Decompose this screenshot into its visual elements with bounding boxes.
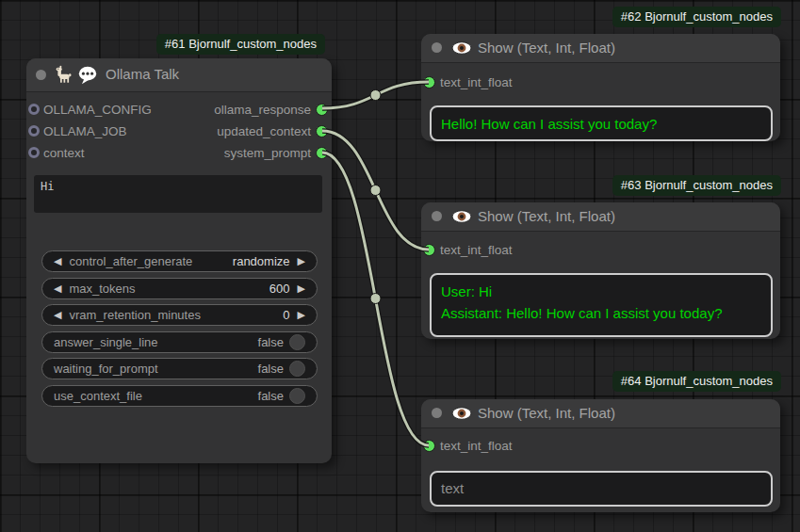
output-slot-dot[interactable]: [316, 147, 328, 159]
ollama-talk-node[interactable]: Ollama Talk OLLAMA_CONFIG OLLAMA_JOB con…: [26, 58, 332, 463]
slot-label: text_int_float: [440, 243, 513, 257]
show-node-62[interactable]: Show (Text, Int, Float) text_int_float H…: [421, 34, 780, 141]
slot-label: text_int_float: [440, 75, 513, 89]
node-titlebar[interactable]: Show (Text, Int, Float): [421, 399, 780, 428]
increment-arrow-icon[interactable]: ▶: [298, 279, 305, 298]
slot-label: text_int_float: [440, 439, 513, 453]
toggle-knob[interactable]: [289, 334, 305, 350]
increment-arrow-icon[interactable]: ▶: [298, 305, 305, 325]
input-slot-text-int-float[interactable]: text_int_float: [421, 72, 513, 92]
widget-value: false: [258, 389, 284, 403]
llama-icon: [54, 65, 73, 89]
node-id-badge: #64 Bjornulf_custom_nodes: [612, 371, 781, 392]
output-slot-updated-context[interactable]: updated_context: [26, 121, 332, 141]
widget-use-context-file[interactable]: use_context_file false: [41, 385, 318, 407]
input-slot-dot[interactable]: [423, 244, 435, 256]
eye-icon: [451, 210, 472, 227]
widget-value: false: [258, 362, 284, 376]
node-title: Show (Text, Int, Float): [478, 40, 615, 56]
show-text-placeholder: text: [441, 478, 761, 499]
collapse-dot[interactable]: [432, 42, 442, 53]
output-slot-dot[interactable]: [316, 104, 328, 116]
node-title: Show (Text, Int, Float): [478, 405, 615, 421]
node-titlebar[interactable]: Show (Text, Int, Float): [421, 34, 780, 63]
widget-max-tokens[interactable]: ◀ max_tokens 600 ▶: [41, 278, 318, 299]
node-id-badge: #62 Bjornulf_custom_nodes: [612, 7, 781, 27]
input-slot-text-int-float[interactable]: text_int_float: [421, 435, 513, 456]
collapse-dot[interactable]: [432, 211, 442, 221]
widget-value: 0: [283, 308, 289, 322]
eye-icon: [451, 41, 472, 58]
widget-label: answer_single_line: [54, 335, 158, 349]
wire-midpoint-dot: [370, 185, 381, 196]
widget-label: vram_retention_minutes: [69, 308, 200, 322]
output-slot-system-prompt[interactable]: system_prompt: [26, 142, 332, 163]
collapse-dot[interactable]: [36, 70, 46, 80]
decrement-arrow-icon[interactable]: ◀: [54, 251, 61, 271]
widget-label: waiting_for_prompt: [54, 362, 158, 376]
node-id-badge: #63 Bjornulf_custom_nodes: [612, 175, 781, 196]
decrement-arrow-icon[interactable]: ◀: [54, 279, 61, 298]
node-titlebar[interactable]: Ollama Talk: [26, 58, 332, 92]
wire-midpoint-dot: [370, 90, 381, 101]
node-titlebar[interactable]: Show (Text, Int, Float): [421, 202, 780, 232]
output-slot-ollama-response[interactable]: ollama_response: [26, 99, 332, 120]
input-slot-dot[interactable]: [423, 76, 435, 89]
show-node-64[interactable]: Show (Text, Int, Float) text_int_float t…: [421, 399, 780, 512]
output-slot-dot[interactable]: [316, 125, 328, 137]
prompt-textarea[interactable]: Hi: [34, 175, 322, 213]
wire-updated-context-to-show63[interactable]: [322, 131, 429, 250]
node-title: Ollama Talk: [106, 66, 179, 82]
widget-label: control_after_generate: [69, 254, 192, 268]
wire-system-prompt-to-show64[interactable]: [322, 153, 429, 445]
widget-label: use_context_file: [54, 389, 142, 403]
slot-label: system_prompt: [224, 146, 311, 160]
show-text-value: Hello! How can I assist you today?: [441, 113, 761, 135]
show-text-line: Assistant: Hello! How can I assist you t…: [441, 302, 761, 324]
slot-label: updated_context: [217, 124, 311, 138]
toggle-knob[interactable]: [289, 361, 305, 377]
speech-balloon-icon: [77, 65, 98, 89]
show-text-widget[interactable]: Hello! How can I assist you today?: [430, 105, 773, 141]
node-title: Show (Text, Int, Float): [478, 208, 615, 224]
collapse-dot[interactable]: [432, 408, 442, 418]
show-text-widget[interactable]: User: Hi Assistant: Hello! How can I ass…: [430, 273, 773, 337]
widget-answer-single-line[interactable]: answer_single_line false: [41, 331, 318, 353]
show-text-line: User: Hi: [441, 281, 761, 302]
widget-value: randomize: [233, 254, 290, 268]
widget-label: max_tokens: [69, 282, 135, 296]
wire-ollama-response-to-show62[interactable]: [322, 82, 429, 108]
input-slot-text-int-float[interactable]: text_int_float: [421, 239, 513, 260]
widget-control-after-generate[interactable]: ◀ control_after_generate randomize ▶: [41, 250, 318, 272]
increment-arrow-icon[interactable]: ▶: [298, 251, 305, 271]
show-node-63[interactable]: Show (Text, Int, Float) text_int_float U…: [421, 202, 780, 339]
input-slot-dot[interactable]: [423, 440, 435, 452]
slot-label: ollama_response: [214, 103, 311, 117]
widget-waiting-for-prompt[interactable]: waiting_for_prompt false: [41, 358, 318, 379]
eye-icon: [451, 407, 472, 424]
wire-midpoint-dot: [370, 294, 381, 304]
show-text-widget[interactable]: text: [430, 471, 773, 507]
widget-vram-retention-minutes[interactable]: ◀ vram_retention_minutes 0 ▶: [41, 304, 318, 326]
decrement-arrow-icon[interactable]: ◀: [54, 305, 61, 325]
node-graph-canvas[interactable]: #61 Bjornulf_custom_nodes #62 Bjornulf_c…: [0, 0, 800, 532]
toggle-knob[interactable]: [289, 388, 305, 404]
widget-value: false: [258, 335, 284, 349]
node-id-badge: #61 Bjornulf_custom_nodes: [156, 34, 325, 55]
widget-value: 600: [269, 282, 290, 296]
